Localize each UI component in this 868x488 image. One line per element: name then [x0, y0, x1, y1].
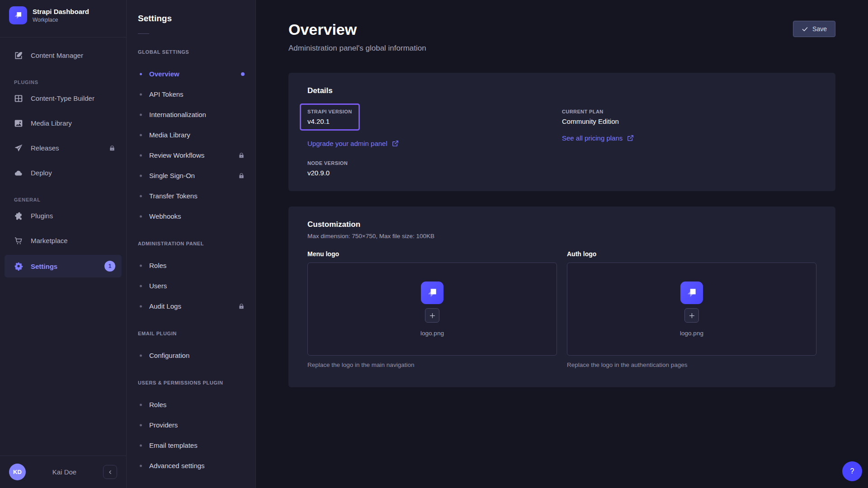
subnav-item-overview[interactable]: Overview — [127, 64, 255, 84]
settings-notification-badge: 1 — [104, 261, 115, 272]
external-link-icon — [392, 140, 399, 147]
subnav-item-review-workflows[interactable]: Review Workflows — [127, 145, 255, 165]
sidebar-item-deploy[interactable]: Deploy — [0, 160, 126, 185]
sidebar-item-label: Marketplace — [31, 237, 68, 244]
sidebar-divider — [0, 37, 126, 38]
menu-logo-filename: logo.png — [420, 330, 444, 337]
help-button[interactable]: ? — [842, 461, 862, 481]
sidebar-item-marketplace[interactable]: Marketplace — [0, 228, 126, 253]
gear-icon — [14, 262, 23, 271]
subnav-item-single-sign-on[interactable]: Single Sign-On — [127, 165, 255, 186]
sidebar-item-plugins[interactable]: Plugins — [0, 203, 126, 228]
sidebar-footer: KD Kai Doe — [0, 455, 126, 488]
subnav-item-api-tokens[interactable]: API Tokens — [127, 84, 255, 104]
subnav-section-administration-panel: ADMINISTRATION PANEL — [138, 241, 244, 246]
cloud-icon — [14, 169, 23, 178]
subnav-item-label: Overview — [149, 70, 179, 78]
subnav-item-advanced-settings[interactable]: Advanced settings — [127, 455, 255, 476]
pen-icon — [14, 51, 23, 60]
strapi-version-highlight-box: STRAPI VERSION v4.20.1 — [300, 103, 360, 131]
image-icon — [14, 119, 23, 128]
current-plan-group: CURRENT PLAN Community Edition — [562, 109, 816, 125]
subnav-item-roles-admin[interactable]: Roles — [127, 255, 255, 276]
subnav-item-providers[interactable]: Providers — [127, 415, 255, 435]
subnav-item-audit-logs[interactable]: Audit Logs — [127, 296, 255, 316]
strapi-version-value: v4.20.1 — [307, 117, 352, 125]
add-menu-logo-button[interactable] — [425, 308, 439, 323]
details-grid: STRAPI VERSION v4.20.1 Upgrade your admi… — [307, 103, 816, 177]
subnav-item-configuration[interactable]: Configuration — [127, 345, 255, 366]
subnav-item-webhooks[interactable]: Webhooks — [127, 206, 255, 226]
subnav-item-label: Configuration — [149, 352, 189, 359]
bullet-icon — [140, 444, 142, 446]
sidebar-item-content-manager[interactable]: Content Manager — [0, 43, 126, 68]
sidebar-item-label: Releases — [31, 144, 59, 152]
bullet-icon — [140, 134, 142, 136]
main-content: Overview Administration panel's global i… — [256, 0, 868, 488]
collapse-sidebar-button[interactable] — [103, 465, 117, 479]
pricing-plans-link[interactable]: See all pricing plans — [562, 134, 634, 142]
check-icon — [802, 26, 808, 33]
add-auth-logo-button[interactable] — [684, 308, 699, 323]
current-plan-label: CURRENT PLAN — [562, 109, 816, 114]
plus-icon — [429, 312, 436, 319]
node-version-group: NODE VERSION v20.9.0 — [307, 160, 562, 177]
subnav-item-transfer-tokens[interactable]: Transfer Tokens — [127, 186, 255, 206]
customization-subtitle: Max dimension: 750×750, Max file size: 1… — [307, 233, 816, 239]
subnav-item-media-library[interactable]: Media Library — [127, 125, 255, 145]
subnav-item-internationalization[interactable]: Internationalization — [127, 104, 255, 125]
bullet-icon — [140, 195, 142, 197]
user-avatar[interactable]: KD — [9, 464, 26, 480]
lock-icon — [109, 145, 115, 151]
puzzle-icon — [14, 211, 23, 221]
sidebar-item-media-library[interactable]: Media Library — [0, 111, 126, 136]
upgrade-admin-panel-link[interactable]: Upgrade your admin panel — [307, 140, 399, 147]
plus-icon — [689, 312, 695, 319]
subnav-item-label: Audit Logs — [149, 302, 181, 310]
workspace-brand[interactable]: Strapi Dashboard Workplace — [0, 0, 126, 30]
help-button-label: ? — [850, 467, 854, 475]
subnav-item-label: Transfer Tokens — [149, 192, 198, 200]
menu-logo-upload-box[interactable]: logo.png — [307, 263, 557, 356]
sidebar-item-content-type-builder[interactable]: Content-Type Builder — [0, 86, 126, 111]
subnav-divider — [138, 33, 149, 34]
subnav-item-label: Webhooks — [149, 212, 181, 220]
strapi-version-label: STRAPI VERSION — [307, 109, 352, 114]
bullet-icon — [140, 354, 142, 357]
bullet-icon — [140, 404, 142, 406]
sidebar-item-label: Content Manager — [31, 52, 83, 59]
bullet-icon — [140, 154, 142, 156]
brand-subtitle: Workplace — [33, 17, 89, 23]
details-title: Details — [307, 86, 816, 95]
pricing-link-label: See all pricing plans — [562, 134, 623, 142]
subnav-item-label: Email templates — [149, 441, 198, 449]
sidebar-item-releases[interactable]: Releases — [0, 136, 126, 160]
subnav-item-users[interactable]: Users — [127, 276, 255, 296]
bullet-icon — [140, 174, 142, 177]
sidebar-item-settings[interactable]: Settings 1 — [5, 255, 122, 277]
strapi-mark-icon — [425, 286, 439, 300]
external-link-icon — [627, 135, 634, 141]
details-card: Details STRAPI VERSION v4.20.1 Upgrade y… — [288, 73, 835, 191]
page-subtitle: Administration panel's global informatio… — [288, 44, 835, 53]
subnav-item-email-templates[interactable]: Email templates — [127, 435, 255, 455]
subnav-item-label: API Tokens — [149, 90, 184, 98]
settings-subnav: Settings GLOBAL SETTINGS Overview API To… — [127, 0, 256, 488]
auth-logo-upload-box[interactable]: logo.png — [567, 263, 816, 356]
brand-text: Strapi Dashboard Workplace — [33, 8, 89, 23]
menu-logo-hint: Replace the logo in the main navigation — [307, 361, 557, 368]
bullet-icon — [140, 285, 142, 287]
sidebar-nav: Content Manager PLUGINS Content-Type Bui… — [0, 43, 126, 277]
subnav-item-label: Roles — [149, 262, 166, 269]
cart-icon — [14, 236, 23, 245]
subnav-item-roles-up[interactable]: Roles — [127, 394, 255, 415]
subnav-item-label: Advanced settings — [149, 462, 205, 469]
layout-grid-icon — [14, 94, 23, 103]
strapi-mark-icon — [12, 9, 24, 21]
menu-logo-label: Menu logo — [307, 250, 557, 258]
strapi-logo-icon — [9, 6, 27, 24]
save-button[interactable]: Save — [793, 21, 835, 37]
sidebar-item-label: Deploy — [31, 169, 52, 177]
subnav-item-label: Single Sign-On — [149, 172, 195, 179]
auth-logo-label: Auth logo — [567, 250, 816, 258]
